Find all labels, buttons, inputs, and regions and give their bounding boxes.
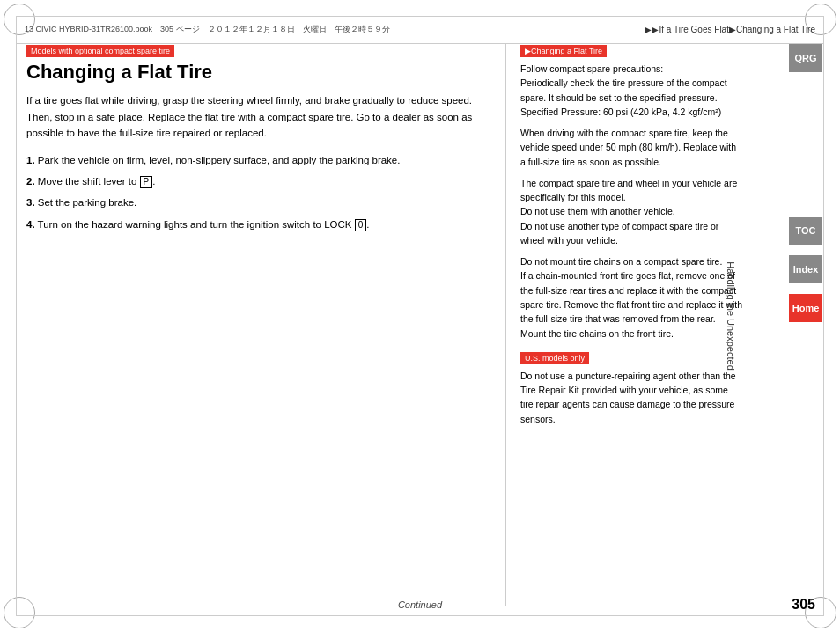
model-tag: Models with optional compact spare tire <box>26 45 174 57</box>
nav-btn-toc[interactable]: TOC <box>789 217 822 245</box>
step-2-num: 2. <box>26 176 35 187</box>
nav-btn-home[interactable]: Home <box>789 294 822 322</box>
us-models-text: Do not use a puncture-repairing agent ot… <box>520 369 743 426</box>
header-breadcrumb: ▶▶If a Tire Goes Flat▶Changing a Flat Ti… <box>645 25 815 34</box>
intro-paragraph: If a tire goes flat while driving, grasp… <box>26 92 488 141</box>
step-2: 2. Move the shift lever to P. <box>26 173 488 189</box>
note-header: ▶Changing a Flat Tire <box>520 45 607 57</box>
step-1-text: Park the vehicle on firm, level, non-sli… <box>38 155 401 165</box>
p-box: P <box>140 176 153 188</box>
sidebar-navigation: QRG TOC Index Home <box>789 44 824 326</box>
step-4-num: 4. <box>26 219 35 230</box>
step-4-text: Turn on the hazard warning lights and tu… <box>38 219 370 230</box>
footer-continued: Continued <box>398 599 442 610</box>
main-content: Models with optional compact spare tire … <box>26 44 743 606</box>
footer: Continued 305 <box>16 592 824 616</box>
right-column: ▶Changing a Flat Tire Follow compact spa… <box>505 44 743 606</box>
left-column: Models with optional compact spare tire … <box>26 44 505 606</box>
note-para-2: When driving with the compact spare tire… <box>520 126 743 169</box>
note-paragraphs: Follow compact spare precautions:Periodi… <box>520 62 743 341</box>
vertical-section-label: Handling the Unexpected <box>726 261 736 371</box>
step-3-num: 3. <box>26 197 35 208</box>
lock-box: 0 <box>355 219 367 231</box>
compact-spare-note: ▶Changing a Flat Tire Follow compact spa… <box>520 44 743 341</box>
step-2-text: Move the shift lever to P. <box>38 176 156 187</box>
nav-btn-qrg[interactable]: QRG <box>789 44 822 72</box>
step-4: 4. Turn on the hazard warning lights and… <box>26 217 488 232</box>
nav-btn-index[interactable]: Index <box>789 255 822 283</box>
page-number: 305 <box>792 597 815 613</box>
note-para-4: Do not mount tire chains on a compact sp… <box>520 254 743 341</box>
header: 13 CIVIC HYBRID-31TR26100.book 305 ページ ２… <box>16 16 824 44</box>
step-1-num: 1. <box>26 155 35 165</box>
note-para-1: Follow compact spare precautions:Periodi… <box>520 62 743 119</box>
note-para-3: The compact spare tire and wheel in your… <box>520 176 743 247</box>
step-3: 3. Set the parking brake. <box>26 195 488 210</box>
us-models-note: U.S. models only Do not use a puncture-r… <box>520 351 743 426</box>
header-file-info: 13 CIVIC HYBRID-31TR26100.book 305 ページ ２… <box>25 24 390 35</box>
us-models-label: U.S. models only <box>520 352 589 364</box>
section-title: Changing a Flat Tire <box>26 61 488 84</box>
step-3-text: Set the parking brake. <box>38 197 137 208</box>
step-1: 1. Park the vehicle on firm, level, non-… <box>26 152 488 168</box>
